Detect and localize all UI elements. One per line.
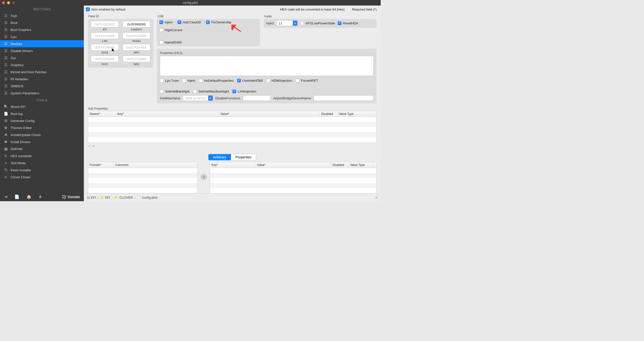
audio-inject-select[interactable]: 11 ▾: [276, 20, 298, 26]
export-icon[interactable]: ⇥: [4, 194, 7, 199]
sidebar-item-devices[interactable]: ☰Devices: [0, 40, 84, 47]
sidebar-tool-hex-converter[interactable]: ↻HEX converter: [0, 152, 84, 159]
drive-icon: ▤: [87, 196, 90, 199]
breadcrumb-efi-folder[interactable]: 📁EFI: [100, 196, 110, 199]
sidebar-item-kernel-and-kext-patches[interactable]: ☰Kernel and Kext Patches: [0, 68, 84, 75]
airportbridge-input[interactable]: [314, 95, 374, 101]
sidebar-tool-text-mode[interactable]: ≡Text Mode: [0, 159, 84, 166]
column-value-type[interactable]: Value Type: [337, 111, 363, 117]
props-useintelhdmi-checkbox[interactable]: [237, 79, 241, 82]
column-disabled[interactable]: Disabled: [331, 162, 348, 168]
usb-fixownership-checkbox[interactable]: [206, 20, 210, 24]
list-icon: ☰: [4, 35, 8, 39]
sidebar-item-disable-drivers[interactable]: ☰Disable Drivers: [0, 47, 84, 54]
sidebar-tool-nvram[interactable]: ▦NVRAM: [0, 145, 84, 152]
fakeid-xhci-label: XHCI: [90, 63, 119, 66]
fakeid-sata-input[interactable]: [91, 44, 119, 51]
tab-arbitrary[interactable]: Arbitrary: [208, 154, 231, 160]
usb-addclockid-checkbox[interactable]: [177, 20, 181, 24]
tab-properties[interactable]: Properties: [231, 154, 256, 160]
sidebar-tool-install-update-clover[interactable]: ☘Install/Update Clover: [0, 131, 84, 138]
usb-nameeh00-checkbox[interactable]: [159, 40, 163, 44]
intelmaxvalue-select[interactable]: 1808 or 0x710 ▾: [183, 95, 213, 101]
fakeid-wifi-label: WIFI: [122, 51, 151, 54]
props-lpctune-checkbox[interactable]: [160, 79, 164, 82]
sidebar-tool-boot-log[interactable]: 📄Boot.log: [0, 110, 84, 117]
breadcrumb-clover-folder[interactable]: 📁CLOVER: [114, 196, 133, 199]
column-pciaddr-[interactable]: PciAddr*: [88, 162, 114, 168]
props-forcehpet-label: ForceHPET: [301, 79, 318, 82]
sidebar-item-label: Gui: [11, 56, 16, 60]
usb-addclockid-label: Add ClockID: [183, 20, 201, 24]
list-icon: ☰: [4, 49, 8, 53]
sidebar-tool-kexts-installer[interactable]: 🔌Kexts Installer: [0, 166, 84, 174]
arbitrary-right-table[interactable]: Key*Value*DisabledValue Type: [210, 162, 377, 193]
fakeid-wifi-input[interactable]: [123, 44, 150, 51]
fakeid-intelgfx-input[interactable]: [123, 21, 150, 27]
share-icon[interactable]: ⋔: [39, 194, 42, 199]
save-icon[interactable]: 📄: [14, 194, 19, 199]
sidebar-tool-generate-config[interactable]: ⚙Generate Config: [0, 117, 84, 124]
tool-icon: ▦: [4, 147, 8, 151]
props-hdmiinjection-checkbox[interactable]: [266, 79, 270, 82]
remove-row-button[interactable]: −: [88, 144, 90, 148]
props-inject-checkbox[interactable]: [182, 79, 186, 82]
tool-icon: ✿: [4, 126, 8, 130]
props-forcehpet-checkbox[interactable]: [296, 79, 299, 82]
fakeid-xhci-input[interactable]: [91, 56, 119, 62]
sidebar-tool-install-drivers[interactable]: ✖Install Drivers: [0, 138, 84, 145]
sidebar-tools-header: TOOLS: [0, 97, 84, 103]
sidebar-item-label: Themes Editor: [11, 126, 32, 130]
column-device-[interactable]: Device*: [88, 111, 116, 117]
sidebar-item-gui[interactable]: ☰Gui: [0, 54, 84, 61]
donate-button[interactable]: PayPal Donate: [62, 195, 80, 199]
column-comment[interactable]: Comment: [114, 162, 197, 168]
properties-hex-textarea[interactable]: [160, 56, 374, 76]
disablefunctions-input[interactable]: [243, 95, 271, 101]
props-laninjection-checkbox[interactable]: [232, 90, 236, 93]
column-value-type[interactable]: Value Type: [348, 162, 374, 168]
props-setintelbacklight-checkbox[interactable]: [160, 90, 164, 93]
fakeid-ati-input[interactable]: [91, 21, 119, 27]
sidebar-item-smbios[interactable]: ☰SMBIOS: [0, 82, 84, 90]
column-disabled[interactable]: Disabled: [320, 111, 337, 117]
tool-icon: ↻: [4, 154, 8, 158]
column-key-[interactable]: Key*: [116, 111, 219, 117]
donate-label: Donate: [68, 195, 80, 199]
sidebar-item-graphics[interactable]: ☰Graphics: [0, 61, 84, 68]
props-setintelmaxbacklight-checkbox[interactable]: [193, 90, 197, 93]
fakeid-imei-input[interactable]: [123, 56, 150, 62]
column-value-[interactable]: Value*: [255, 162, 331, 168]
sidebar-item-label: HEX converter: [11, 154, 32, 158]
sidebar-item-boot-graphics[interactable]: ☰Boot Graphics: [0, 26, 84, 33]
audio-afglow-checkbox[interactable]: [300, 21, 304, 25]
add-properties-table[interactable]: Device*Key*Value*DisabledValue Type: [88, 111, 377, 143]
audio-resethda-checkbox[interactable]: [338, 21, 341, 25]
sidebar-tool-mount-efi[interactable]: 🔍Mount EFI: [0, 103, 84, 110]
breadcrumb-file[interactable]: 📄config.plist: [137, 196, 157, 199]
column-key-[interactable]: Key*: [210, 162, 255, 168]
column-value-[interactable]: Value*: [219, 111, 320, 117]
tool-icon: ☘: [4, 133, 8, 137]
breadcrumb-efi-drive[interactable]: ▤EFI: [87, 196, 96, 199]
fakeid-nvidia-input[interactable]: [123, 32, 150, 39]
sidebar-item-rt-variables[interactable]: ☰Rt Variables: [0, 75, 84, 82]
view-menu-icon[interactable]: ≡: [375, 195, 378, 200]
sidebar-item-system-parameters[interactable]: ☰System Parameters: [0, 90, 84, 97]
home-icon[interactable]: 🏠: [26, 194, 31, 199]
sidebar-item-boot[interactable]: ☰Boot: [0, 19, 84, 26]
sidebar-item-label: SMBIOS: [11, 84, 23, 88]
usb-inject-checkbox[interactable]: [159, 20, 163, 24]
sidebar-tool-clover-cloner[interactable]: ⎘Clover Cloner: [0, 174, 84, 181]
tool-icon: 🔍: [4, 105, 8, 109]
usb-highcurrent-checkbox[interactable]: [159, 28, 163, 32]
sidebar-item-cpu[interactable]: ☰Cpu: [0, 33, 84, 40]
arbitrary-left-table[interactable]: PciAddr*Comment: [88, 162, 198, 193]
fakeid-lan-input[interactable]: [91, 32, 119, 39]
folder-icon: 📁: [100, 196, 104, 199]
sidebar-item-acpi[interactable]: ☰Acpi: [0, 12, 84, 19]
sidebar-tool-themes-editor[interactable]: ✿Themes Editor: [0, 124, 84, 131]
add-row-button[interactable]: +: [92, 144, 94, 148]
transfer-right-button[interactable]: ➔: [201, 174, 207, 180]
props-nodefault-checkbox[interactable]: [199, 79, 203, 82]
